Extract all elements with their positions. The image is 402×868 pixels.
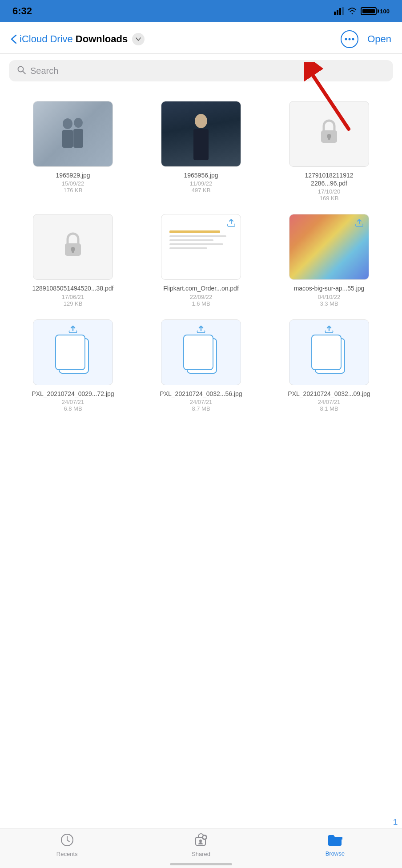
file-date: 24/07/21 xyxy=(62,399,84,405)
svg-rect-2 xyxy=(339,8,341,15)
file-name: 127910182119122286...96.pdf xyxy=(305,171,353,187)
browse-icon xyxy=(327,833,342,848)
home-indicator xyxy=(170,863,232,865)
search-placeholder: Search xyxy=(30,66,58,76)
svg-line-10 xyxy=(23,71,25,74)
cloud-upload-icon xyxy=(226,218,236,229)
file-size: 1.6 MB xyxy=(192,300,210,307)
file-name: PXL_20210724_0032...56.jpg xyxy=(160,390,242,398)
list-item[interactable]: Flipkart.com_Order...on.pdf 22/09/22 1.6… xyxy=(137,208,265,313)
nav-title: Downloads xyxy=(76,33,128,45)
tab-browse-label: Browse xyxy=(326,850,345,857)
cloud-upload-icon xyxy=(354,218,364,229)
list-item[interactable]: PXL_20210724_0029...72.jpg 24/07/21 6.8 … xyxy=(9,313,137,418)
file-thumbnail xyxy=(289,214,369,280)
file-name: Flipkart.com_Order...on.pdf xyxy=(163,284,239,292)
file-size: 6.8 MB xyxy=(64,405,82,412)
file-date: 17/10/20 xyxy=(318,188,341,195)
file-thumbnail xyxy=(289,319,369,385)
file-thumbnail xyxy=(161,319,241,385)
list-item[interactable]: macos-big-sur-ap...55.jpg 04/10/22 3.3 M… xyxy=(265,208,393,313)
signal-icon xyxy=(334,7,344,15)
svg-rect-1 xyxy=(337,10,338,15)
list-item[interactable]: 1965929.jpg 15/09/22 176 KB xyxy=(9,95,137,208)
file-size: 129 KB xyxy=(64,300,83,307)
search-container: Search xyxy=(0,54,402,88)
tab-shared[interactable]: Shared xyxy=(183,833,219,857)
tab-shared-label: Shared xyxy=(192,851,210,857)
svg-point-13 xyxy=(74,118,83,128)
file-name: macos-big-sur-ap...55.jpg xyxy=(294,284,365,292)
battery-icon: 100 xyxy=(361,7,390,15)
svg-point-4 xyxy=(345,38,347,40)
file-date: 24/07/21 xyxy=(318,399,341,405)
file-thumbnail xyxy=(33,214,113,280)
svg-rect-3 xyxy=(342,7,344,15)
svg-rect-12 xyxy=(62,130,73,148)
tab-browse[interactable]: Browse xyxy=(317,833,353,857)
more-options-button[interactable] xyxy=(341,30,358,48)
status-bar: 6:32 100 xyxy=(0,0,402,22)
svg-point-27 xyxy=(199,840,202,842)
status-icons: 100 xyxy=(334,7,390,15)
file-date: 22/09/22 xyxy=(190,294,213,300)
file-date: 15/09/22 xyxy=(62,180,84,187)
svg-point-15 xyxy=(195,114,207,128)
svg-point-6 xyxy=(352,38,354,40)
file-date: 17/06/21 xyxy=(62,294,84,300)
svg-point-11 xyxy=(63,118,72,129)
svg-point-5 xyxy=(349,38,351,40)
cloud-upload-icon xyxy=(324,324,334,335)
file-date: 04/10/22 xyxy=(318,294,341,300)
file-name: PXL_20210724_0029...72.jpg xyxy=(32,390,114,398)
lock-icon xyxy=(61,230,84,264)
wifi-icon xyxy=(347,7,357,15)
battery-label: 100 xyxy=(380,8,390,15)
list-item[interactable]: 1965956.jpg 11/09/22 497 KB xyxy=(137,95,265,208)
file-thumbnail xyxy=(161,214,241,280)
tab-recents-label: Recents xyxy=(56,851,78,857)
file-name: 1965956.jpg xyxy=(184,171,218,179)
svg-rect-16 xyxy=(193,129,209,160)
recents-icon xyxy=(60,833,74,849)
nav-right: Open xyxy=(341,30,391,48)
file-thumbnail xyxy=(33,319,113,385)
file-size: 3.3 MB xyxy=(320,300,338,307)
list-item[interactable]: PXL_20210724_0032...09.jpg 24/07/21 8.1 … xyxy=(265,313,393,418)
tab-recents[interactable]: Recents xyxy=(49,833,85,857)
svg-rect-14 xyxy=(73,129,83,148)
list-item[interactable]: 12891085051494520...38.pdf 17/06/21 129 … xyxy=(9,208,137,313)
search-bar[interactable]: Search xyxy=(9,60,393,81)
back-button[interactable] xyxy=(11,34,17,44)
svg-rect-22 xyxy=(72,249,74,253)
file-name: 12891085051494520...38.pdf xyxy=(32,284,114,292)
cloud-upload-icon xyxy=(196,324,206,335)
nav-bar: iCloud Drive Downloads Open xyxy=(0,22,402,54)
shared-icon xyxy=(194,833,208,849)
file-date: 11/09/22 xyxy=(190,180,213,187)
list-item[interactable]: 127910182119122286...96.pdf 17/10/20 169… xyxy=(265,95,393,208)
file-size: 8.1 MB xyxy=(320,405,338,412)
file-size: 497 KB xyxy=(192,187,211,194)
file-size: 8.7 MB xyxy=(192,405,210,412)
file-thumbnail xyxy=(161,101,241,167)
open-button[interactable]: Open xyxy=(367,33,391,45)
tab-bar: Recents Shared Browse xyxy=(0,828,402,868)
nav-parent-label[interactable]: iCloud Drive xyxy=(20,33,73,45)
search-icon xyxy=(17,65,26,76)
list-item[interactable]: PXL_20210724_0032...56.jpg 24/07/21 8.7 … xyxy=(137,313,265,418)
nav-dropdown-button[interactable] xyxy=(132,33,145,45)
svg-rect-19 xyxy=(328,136,330,140)
file-size: 176 KB xyxy=(64,187,83,194)
file-name: PXL_20210724_0032...09.jpg xyxy=(288,390,370,398)
nav-left: iCloud Drive Downloads xyxy=(11,33,145,45)
file-thumbnail xyxy=(33,101,113,167)
file-grid: 1965929.jpg 15/09/22 176 KB 1965956.jpg … xyxy=(0,88,402,425)
file-name: 1965929.jpg xyxy=(56,171,90,179)
svg-rect-0 xyxy=(334,12,336,15)
file-size: 169 KB xyxy=(320,195,339,202)
status-time: 6:32 xyxy=(12,5,32,17)
lock-icon xyxy=(318,117,341,151)
file-thumbnail xyxy=(289,101,369,167)
file-date: 24/07/21 xyxy=(190,399,213,405)
